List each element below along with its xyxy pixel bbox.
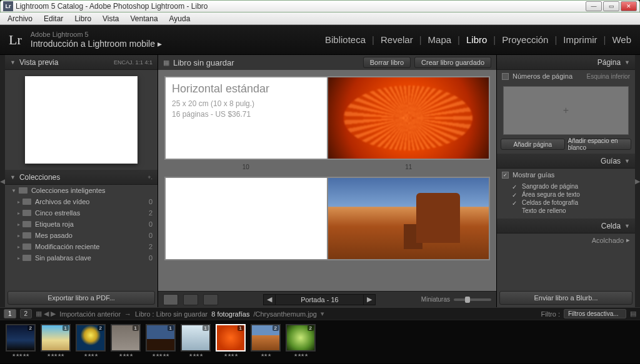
- dropdown-icon[interactable]: ▾: [321, 310, 324, 318]
- module-proyección[interactable]: Proyección: [502, 34, 548, 45]
- collection-item[interactable]: ▸Modificación reciente2: [5, 241, 158, 252]
- guide-option[interactable]: ✓Celdas de fotografía: [512, 199, 630, 207]
- filmstrip-thumb[interactable]: 1★★★★★: [40, 324, 71, 360]
- tagline-link[interactable]: Introducción a Lightroom mobile ▸: [31, 39, 162, 49]
- page-10[interactable]: Horizontal estándar 25 x 20 cm (10 x 8 p…: [166, 77, 327, 159]
- page-layout-preview[interactable]: +: [503, 86, 629, 135]
- close-button[interactable]: ✕: [621, 1, 637, 11]
- page-numbers-position[interactable]: Esquina inferior: [587, 73, 630, 80]
- guide-option[interactable]: Texto de relleno: [512, 207, 630, 215]
- spreads-view[interactable]: Horizontal estándar 25 x 20 cm (10 x 8 p…: [158, 70, 496, 291]
- filmstrip-thumb[interactable]: 2★★★★★: [5, 324, 36, 360]
- filmstrip-thumb[interactable]: 2★★★★: [75, 324, 106, 360]
- guide-option[interactable]: ✓Sangrado de página: [512, 182, 630, 190]
- collection-item[interactable]: ▸Mes pasado0: [5, 230, 158, 241]
- module-imprimir[interactable]: Imprimir: [563, 34, 597, 45]
- create-saved-book-button[interactable]: Crear libro guardado: [414, 57, 491, 68]
- filmstrip-thumb[interactable]: 1★★★★: [110, 324, 141, 360]
- filmstrip-thumb[interactable]: 1★★★★: [180, 324, 211, 360]
- crumb-book[interactable]: Libro : Libro sin guardar: [135, 310, 208, 318]
- maximize-button[interactable]: ▭: [603, 1, 619, 11]
- filmstrip-thumb[interactable]: 1★★★★: [215, 324, 246, 360]
- triangle-down-icon: ▼: [10, 59, 16, 66]
- show-guides-row[interactable]: ✓ Mostrar guías: [497, 169, 635, 181]
- minimize-button[interactable]: —: [586, 1, 602, 11]
- spread-10-11[interactable]: Horizontal estándar 25 x 20 cm (10 x 8 p…: [164, 76, 490, 160]
- collections-list: ▼Colecciones inteligentes▸Archivos de ví…: [5, 185, 158, 288]
- filter-dropdown[interactable]: Filtros desactiva...: [564, 309, 626, 318]
- usage-badge: 2: [98, 325, 104, 331]
- right-panel-toggle[interactable]: ▶: [635, 55, 640, 307]
- page-12[interactable]: [166, 178, 327, 259]
- thumbnail-size-slider[interactable]: [454, 298, 491, 301]
- collections-panel-header[interactable]: ▼ Colecciones +.: [5, 170, 158, 185]
- clear-book-button[interactable]: Borrar libro: [363, 57, 411, 68]
- center-workspace: ▦ Libro sin guardar Borrar libro Crear l…: [158, 55, 496, 307]
- menu-ayuda[interactable]: Ayuda: [164, 13, 196, 24]
- menu-ventana[interactable]: Ventana: [126, 13, 163, 24]
- single-page-view-button[interactable]: [203, 294, 218, 305]
- next-page-button[interactable]: ▶: [363, 294, 376, 305]
- guide-option[interactable]: ✓Área segura de texto: [512, 190, 630, 199]
- show-guides-checkbox[interactable]: ✓: [502, 172, 509, 179]
- module-revelar[interactable]: Revelar: [381, 34, 413, 45]
- collection-item[interactable]: ▸Sin palabras clave0: [5, 252, 158, 263]
- menu-vista[interactable]: Vista: [98, 13, 124, 24]
- monitor-2-button[interactable]: 2: [20, 309, 32, 318]
- usage-badge: 1: [132, 325, 139, 331]
- module-libro[interactable]: Libro: [466, 34, 487, 45]
- book-title: Libro sin guardar: [173, 58, 234, 67]
- page-indicator[interactable]: Portada - 16: [276, 294, 363, 305]
- menu-archivo[interactable]: Archivo: [2, 13, 38, 24]
- page-11[interactable]: [328, 77, 489, 159]
- module-biblioteca[interactable]: Biblioteca: [325, 34, 366, 45]
- usage-badge: 1: [238, 325, 244, 331]
- crumb-prev-import[interactable]: Importación anterior: [59, 310, 121, 318]
- smart-collections-header[interactable]: ▼Colecciones inteligentes: [5, 185, 158, 196]
- page-numbers-row[interactable]: Números de página Esquina inferior: [497, 70, 635, 82]
- page-number-right: 11: [405, 164, 412, 170]
- module-mapa[interactable]: Mapa: [428, 34, 452, 45]
- page-13[interactable]: [328, 178, 489, 259]
- left-panel-toggle[interactable]: ◀: [0, 55, 5, 307]
- multi-page-view-button[interactable]: [163, 294, 178, 305]
- menu-libro[interactable]: Libro: [69, 13, 96, 24]
- preview-panel-header[interactable]: ▼ Vista previa ENCAJ. 1:1 4:1: [5, 55, 158, 70]
- preview-zoom-meta[interactable]: ENCAJ. 1:1 4:1: [114, 59, 152, 66]
- add-page-button[interactable]: Añadir página: [501, 139, 565, 150]
- right-panel: Página ▼ Números de página Esquina infer…: [496, 55, 635, 307]
- prev-page-button[interactable]: ◀: [263, 294, 276, 305]
- monitor-1-button[interactable]: 1: [4, 309, 16, 318]
- rating-stars: ★★★★: [294, 353, 308, 358]
- cell-panel-header[interactable]: Celda ▼: [497, 219, 635, 234]
- left-panel: ▼ Vista previa ENCAJ. 1:1 4:1 ▼ Coleccio…: [5, 55, 158, 307]
- rating-stars: ★★★★: [224, 353, 238, 358]
- menu-editar[interactable]: Editar: [39, 13, 68, 24]
- send-to-blurb-button[interactable]: Enviar libro a Blurb...: [499, 291, 632, 305]
- spread-view-button[interactable]: [183, 294, 198, 305]
- export-pdf-button[interactable]: Exportar libro a PDF...: [8, 291, 155, 305]
- filter-lock-icon[interactable]: ▤: [630, 310, 636, 318]
- guides-panel-header[interactable]: Guías ▼: [497, 154, 635, 169]
- filmstrip-thumb[interactable]: 2★★★★: [285, 324, 316, 360]
- page-numbers-checkbox[interactable]: [502, 73, 509, 80]
- padding-row[interactable]: Acolchado ▸: [497, 234, 635, 247]
- filmstrip-thumb[interactable]: 1★★★★★: [145, 324, 176, 360]
- page-panel-title: Página: [598, 58, 621, 67]
- module-web[interactable]: Web: [612, 34, 631, 45]
- grid-icon[interactable]: ▦ ◀ ▶: [36, 310, 56, 318]
- square-icon: ▦: [163, 59, 169, 67]
- collection-item[interactable]: ▸Etiqueta roja0: [5, 219, 158, 230]
- filmstrip[interactable]: 2★★★★★1★★★★★2★★★★1★★★★1★★★★★1★★★★1★★★★2★…: [0, 320, 640, 363]
- add-collection-icon[interactable]: +.: [148, 174, 152, 180]
- collection-item[interactable]: ▸Archivos de vídeo0: [5, 196, 158, 207]
- preview-page[interactable]: [25, 76, 138, 164]
- cell-title: Celda: [601, 222, 621, 230]
- page-panel-header[interactable]: Página ▼: [497, 55, 635, 70]
- collection-item[interactable]: ▸Cinco estrellas2: [5, 207, 158, 219]
- add-blank-button[interactable]: Añadir espacio en blanco: [568, 139, 632, 150]
- usage-badge: 1: [62, 325, 69, 331]
- filmstrip-thumb[interactable]: 2★★★: [250, 324, 281, 360]
- usage-badge: 1: [168, 325, 174, 331]
- spread-12-13[interactable]: [164, 177, 490, 260]
